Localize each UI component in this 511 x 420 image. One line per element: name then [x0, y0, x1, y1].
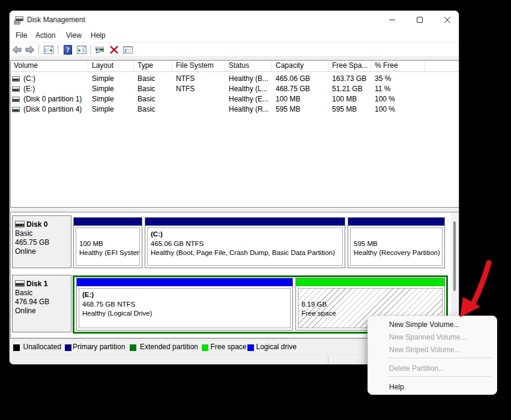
maximize-button[interactable] [406, 11, 434, 29]
status-bar-divider [328, 356, 328, 365]
partition-letter: (E:) [82, 290, 288, 300]
file-system-cell: NTFS [172, 84, 225, 94]
column-header-layout[interactable]: Layout [88, 61, 134, 72]
status-cell: Healthy (E... [225, 94, 272, 104]
pct-free-cell: 11 % [371, 84, 425, 94]
column-header-file-system[interactable]: File System [172, 61, 225, 72]
volume-list-header: Volume Layout Type File System Status Ca… [11, 61, 459, 72]
disk1-label-panel[interactable]: Disk 1 Basic 476.94 GB Online [12, 275, 71, 332]
volume-icon [12, 86, 20, 92]
volume-name-cell: (Disk 0 partition 1) [11, 94, 88, 104]
disk1-partition-e[interactable]: (E:) 468.75 GB NTFS Healthy (Logical Dri… [76, 278, 293, 331]
disk-icon [15, 280, 25, 287]
rescan-disks-icon[interactable] [95, 45, 104, 55]
disk0-partition-recovery[interactable]: 595 MB Healthy (Recovery Partition) [348, 217, 445, 268]
partition-info: (E:) 468.75 GB NTFS Healthy (Logical Dri… [79, 288, 291, 328]
menu-item-help[interactable]: Help [368, 381, 497, 394]
legend-swatch-primary [65, 344, 71, 351]
menu-item-new-spanned-volume: New Spanned Volume... [368, 331, 497, 344]
menu-separator [387, 358, 491, 358]
volume-icon [12, 107, 20, 112]
volume-name-cell: (E:) [11, 84, 88, 94]
properties-icon[interactable] [123, 45, 133, 55]
svg-text:?: ? [66, 46, 70, 54]
disk-management-window: Disk Management File Action View Help [9, 10, 459, 365]
capacity-cell: 465.06 GB [272, 74, 328, 84]
disk0-partition-c[interactable]: (C:) 465.06 GB NTFS Healthy (Boot, Page … [145, 217, 345, 268]
capacity-cell: 595 MB [272, 104, 328, 115]
volume-list-body: (C:) Simple Basic NTFS Healthy (B... 465… [11, 74, 459, 115]
maximize-icon [416, 16, 423, 23]
partition-letter: (C:) [151, 230, 340, 239]
partition-info: 100 MB Healthy (EFI System Partition) [76, 227, 140, 266]
column-header-status[interactable]: Status [225, 61, 272, 72]
free-space-cell: 100 MB [328, 94, 371, 104]
minimize-icon [389, 16, 396, 23]
disk0-partition-efi[interactable]: 100 MB Healthy (EFI System Partition) [73, 217, 142, 268]
volume-row-partition4[interactable]: (Disk 0 partition 4) Simple Basic Health… [11, 104, 459, 115]
partition-status: Healthy (Recovery Partition) [354, 248, 440, 258]
partition-info: 595 MB Healthy (Recovery Partition) [350, 227, 443, 266]
partition-size: 468.75 GB NTFS [82, 300, 288, 310]
column-header-pct-free[interactable]: % Free [371, 61, 425, 72]
volume-row-c[interactable]: (C:) Simple Basic NTFS Healthy (B... 465… [11, 74, 459, 84]
column-header-blank [425, 61, 459, 72]
volume-name-cell: (Disk 0 partition 4) [11, 104, 88, 115]
partition-color-bar [74, 218, 142, 226]
free-space-cell: 163.73 GB [328, 74, 371, 84]
forward-icon[interactable] [25, 45, 35, 55]
help-icon[interactable]: ? [64, 45, 72, 55]
menu-bar: File Action View Help [10, 29, 459, 43]
column-header-free-space[interactable]: Free Spa... [328, 61, 371, 72]
menu-view[interactable]: View [66, 29, 82, 42]
free-space-cell: 595 MB [328, 104, 371, 115]
legend-swatch-free-space [202, 344, 208, 351]
layout-cell: Simple [88, 74, 134, 84]
close-button[interactable] [434, 11, 459, 29]
volume-icon [12, 76, 20, 82]
pct-free-cell: 35 % [371, 74, 425, 84]
layout-cell: Simple [88, 94, 134, 104]
back-icon[interactable] [12, 45, 22, 55]
delete-volume-icon[interactable] [109, 45, 119, 55]
toolbar-separator [58, 44, 58, 55]
partition-status: Healthy (Boot, Page File, Crash Dump, Ba… [151, 248, 340, 258]
menu-separator [387, 376, 491, 377]
disk0-size: 465.75 GB [15, 238, 71, 247]
show-console-tree-icon[interactable] [44, 45, 53, 55]
status-cell: Healthy (L... [225, 84, 272, 94]
volume-row-e[interactable]: (E:) Simple Basic NTFS Healthy (L... 468… [11, 84, 459, 94]
partition-info: (C:) 465.06 GB NTFS Healthy (Boot, Page … [147, 227, 343, 266]
minimize-button[interactable] [378, 11, 406, 29]
partition-letter [301, 290, 440, 300]
partition-color-bar [77, 278, 292, 286]
titlebar[interactable]: Disk Management [10, 11, 459, 29]
volume-row-partition1[interactable]: (Disk 0 partition 1) Simple Basic Health… [11, 94, 459, 104]
disk0-label-panel[interactable]: Disk 0 Basic 465.75 GB Online [12, 215, 71, 268]
legend-label-logical: Logical drive [256, 339, 297, 355]
type-cell: Basic [134, 84, 172, 94]
menu-help[interactable]: Help [91, 29, 106, 42]
disk0-name-row: Disk 0 [15, 220, 71, 229]
volume-list-pane: Volume Layout Type File System Status Ca… [10, 60, 459, 208]
menu-item-delete-partition: Delete Partition... [368, 362, 497, 375]
disk1-status: Online [15, 307, 71, 316]
file-system-cell [172, 104, 225, 115]
layout-cell: Simple [88, 84, 134, 94]
column-header-type[interactable]: Type [134, 61, 172, 72]
disk0-status: Online [15, 247, 71, 256]
partition-status: Healthy (EFI System Partition) [79, 248, 138, 258]
show-action-pane-icon[interactable] [77, 45, 86, 55]
menu-file[interactable]: File [16, 29, 27, 42]
free-space-cell: 51.21 GB [328, 84, 371, 94]
volume-name-cell: (C:) [11, 74, 88, 84]
legend-swatch-unallocated [13, 344, 20, 351]
disk1-name-row: Disk 1 [15, 280, 71, 289]
partition-size: 8.19 GB [301, 300, 440, 310]
status-cell: Healthy (B... [225, 74, 272, 84]
menu-action[interactable]: Action [35, 29, 55, 42]
column-header-volume[interactable]: Volume [11, 61, 88, 72]
column-header-capacity[interactable]: Capacity [272, 61, 328, 72]
partition-size: 595 MB [354, 239, 440, 249]
partition-letter [354, 230, 440, 239]
